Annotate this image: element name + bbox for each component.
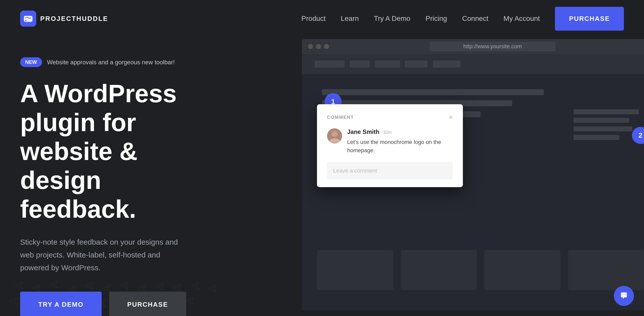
comment-author-row: Jane Smith 30m bbox=[347, 128, 453, 135]
hero-buttons: TRY A DEMO PURCHASE bbox=[20, 292, 211, 316]
browser-url: http://www.yoursite.com bbox=[430, 42, 555, 51]
comment-popup: COMMENT × Jane Smith 30m Let's us bbox=[317, 104, 463, 187]
browser-dot-yellow bbox=[316, 44, 321, 49]
mock-block-3 bbox=[574, 126, 632, 131]
navbar: PROJECTHUDDLE Product Learn Try A Demo P… bbox=[0, 0, 644, 37]
comment-body: Jane Smith 30m Let's use the monochrome … bbox=[327, 128, 453, 154]
comment-input-area[interactable]: Leave a comment bbox=[327, 162, 453, 180]
logo-area: PROJECTHUDDLE bbox=[20, 11, 108, 27]
nav-link-try-a-demo[interactable]: Try A Demo bbox=[374, 15, 410, 23]
mock-right-blocks bbox=[574, 109, 639, 140]
mock-block-4 bbox=[574, 135, 619, 140]
nav-links: Product Learn Try A Demo Pricing Connect… bbox=[301, 15, 540, 23]
mock-nav-5 bbox=[433, 61, 460, 68]
chat-bubble-button[interactable] bbox=[614, 286, 634, 306]
mock-nav-3 bbox=[375, 61, 400, 68]
comment-avatar bbox=[327, 128, 342, 143]
new-badge: NEW bbox=[20, 57, 42, 67]
nav-link-connect[interactable]: Connect bbox=[462, 15, 488, 23]
browser-content: 1 2 COMMENT × bbox=[302, 54, 644, 310]
comment-label: COMMENT bbox=[327, 115, 354, 120]
badge-row: NEW Website approvals and a gorgeous new… bbox=[20, 57, 211, 67]
comment-input-placeholder: Leave a comment bbox=[333, 168, 377, 174]
mock-card-4 bbox=[568, 250, 644, 290]
mock-site-header bbox=[302, 54, 644, 74]
mock-nav-2 bbox=[350, 61, 370, 68]
logo-icon bbox=[20, 11, 36, 27]
comment-text: Let's use the monochrome logo on the hom… bbox=[347, 138, 453, 154]
browser-mockup: http://www.yoursite.com 1 bbox=[302, 39, 644, 310]
badge-text: Website approvals and a gorgeous new too… bbox=[47, 59, 175, 66]
svg-rect-0 bbox=[24, 16, 32, 22]
browser-dot-green bbox=[324, 44, 329, 49]
comment-popup-header: COMMENT × bbox=[327, 113, 453, 121]
comment-close-button[interactable]: × bbox=[449, 113, 453, 121]
nav-link-product[interactable]: Product bbox=[301, 15, 326, 23]
nav-link-learn[interactable]: Learn bbox=[341, 15, 359, 23]
nav-link-pricing[interactable]: Pricing bbox=[425, 15, 447, 23]
try-a-demo-button[interactable]: TRY A DEMO bbox=[20, 292, 102, 316]
hero-subtitle: Sticky-note style feedback on your desig… bbox=[20, 236, 191, 274]
mock-card-2 bbox=[401, 250, 477, 290]
browser-bar: http://www.yoursite.com bbox=[302, 39, 644, 54]
hero-title: A WordPress plugin for website & design … bbox=[20, 79, 211, 224]
mock-nav-4 bbox=[405, 61, 428, 68]
mock-bottom-cards bbox=[317, 250, 644, 290]
comment-author-name: Jane Smith bbox=[347, 128, 379, 135]
mock-block-1 bbox=[574, 109, 639, 114]
purchase-button[interactable]: PURCHASE bbox=[555, 7, 624, 31]
mock-card-1 bbox=[317, 250, 393, 290]
comment-author-area: Jane Smith 30m Let's use the monochrome … bbox=[347, 128, 453, 154]
comment-time: 30m bbox=[383, 130, 392, 135]
mock-block-2 bbox=[574, 118, 629, 123]
browser-dot-red bbox=[308, 44, 313, 49]
svg-point-3 bbox=[332, 131, 338, 137]
svg-point-1 bbox=[25, 20, 27, 21]
mock-nav-1 bbox=[314, 61, 345, 68]
mock-line-1 bbox=[322, 89, 544, 95]
mock-card-3 bbox=[484, 250, 560, 290]
nav-link-my-account[interactable]: My Account bbox=[503, 15, 540, 23]
hero-left: NEW Website approvals and a gorgeous new… bbox=[20, 57, 211, 316]
hero-purchase-button[interactable]: PURCHASE bbox=[109, 292, 186, 316]
logo-text: PROJECTHUDDLE bbox=[40, 15, 108, 23]
